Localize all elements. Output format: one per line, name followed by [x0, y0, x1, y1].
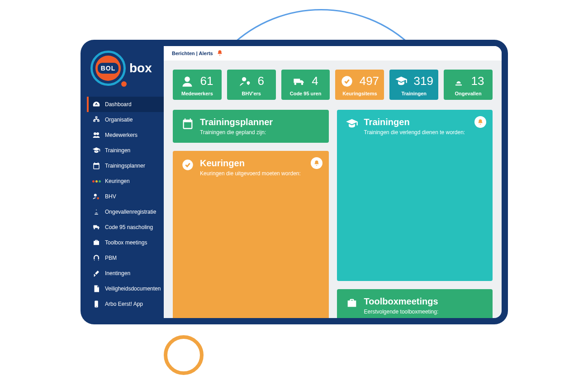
svg-point-6 — [242, 77, 246, 81]
stat-label: Code 95 uren — [285, 91, 327, 96]
card-keuringen[interactable]: Keuringen Keuringen die uitgevoerd moete… — [173, 151, 329, 318]
cards-grid: 26 Trainingsplanner Trainingen die gepla… — [173, 110, 493, 318]
stat-trainingen[interactable]: 319 Trainingen — [389, 70, 438, 100]
mobile-icon — [92, 300, 100, 308]
sidebar-item-inentingen[interactable]: Inentingen — [87, 266, 164, 281]
sidebar-item-medewerkers[interactable]: Medewerkers — [87, 127, 164, 143]
card-subtitle: Keuringen die uitgevoerd moeten worden: — [200, 170, 301, 177]
headset-icon — [92, 254, 100, 262]
card-title: Toolboxmeetings — [364, 296, 439, 307]
topbar: Berichten | Alerts — [164, 46, 502, 61]
bell-badge-icon[interactable] — [311, 157, 322, 169]
stat-code95[interactable]: 4 Code 95 uren — [281, 70, 330, 100]
gauge-icon — [92, 100, 100, 108]
people-icon — [92, 131, 100, 139]
sidebar-item-app[interactable]: Arbo Eerst! App — [87, 296, 164, 312]
sidebar-item-pbm[interactable]: PBM — [87, 250, 164, 266]
sidebar-item-toolbox[interactable]: Toolbox meetings — [87, 235, 164, 250]
nav-label: Ongevallenregistratie — [105, 209, 156, 215]
nav-label: Arbo Eerst! App — [105, 301, 143, 307]
stat-value: 61 — [200, 74, 213, 88]
card-title: Trainingsplanner — [200, 117, 273, 127]
nav-label: Trainingsplanner — [105, 163, 145, 169]
sidebar: BOL box Dashboard Organisatie Medewerker… — [87, 46, 164, 318]
nav-label: Code 95 nascholing — [105, 224, 153, 230]
bell-badge-icon[interactable] — [474, 116, 486, 128]
stat-label: Ongevallen — [447, 91, 489, 96]
siren-icon — [452, 75, 465, 88]
stat-keuringsitems[interactable]: 497 Keuringsitems — [335, 70, 384, 100]
nav-label: PBM — [105, 255, 117, 261]
stat-value: 319 — [414, 74, 433, 88]
syringe-icon — [92, 269, 100, 277]
sidebar-item-trainingen[interactable]: Trainingen — [87, 143, 164, 158]
card-trainingsplanner[interactable]: 26 Trainingsplanner Trainingen die gepla… — [173, 110, 329, 143]
svg-text:26: 26 — [185, 123, 190, 128]
card-subtitle: Eerstvolgende toolboxmeeting: — [364, 309, 439, 315]
org-tree-icon — [92, 116, 100, 124]
svg-point-2 — [94, 194, 97, 197]
stat-value: 497 — [360, 74, 379, 88]
svg-point-5 — [185, 76, 190, 82]
stats-row: 61 Medewerkers 6 BHV'ers 4 Co — [173, 70, 493, 100]
nav-label: Organisatie — [105, 117, 133, 123]
stat-bhvers[interactable]: 6 BHV'ers — [227, 70, 276, 100]
nav-label: Toolbox meetings — [105, 239, 147, 246]
nav-label: Medewerkers — [105, 132, 138, 138]
card-subtitle: Trainingen die verlengd dienen te worden… — [364, 129, 465, 136]
card-toolboxmeetings[interactable]: Toolboxmeetings Eerstvolgende toolboxmee… — [337, 289, 493, 318]
graduation-cap-icon — [345, 117, 359, 131]
graduation-cap-icon — [395, 75, 408, 88]
nav-label: Dashboard — [105, 101, 132, 108]
briefcase-icon — [92, 239, 100, 247]
logo: BOL box — [87, 46, 164, 97]
stat-medewerkers[interactable]: 61 Medewerkers — [173, 70, 222, 100]
card-title: Trainingen — [364, 117, 465, 127]
truck-icon — [92, 223, 100, 231]
logo-box-text: box — [129, 61, 152, 75]
stat-label: BHV'ers — [231, 91, 272, 96]
bell-icon[interactable] — [217, 50, 223, 57]
card-trainingen[interactable]: Trainingen Trainingen die verlengd diene… — [337, 110, 493, 281]
sidebar-item-code95[interactable]: Code 95 nascholing — [87, 220, 164, 235]
sidebar-item-trainingsplanner[interactable]: Trainingsplanner — [87, 158, 164, 173]
alerts-link[interactable]: Berichten | Alerts — [172, 51, 213, 56]
stat-value: 6 — [258, 74, 264, 88]
truck-heart-icon — [293, 75, 305, 88]
stat-value: 4 — [312, 74, 318, 88]
nav-label: Inentingen — [105, 270, 130, 276]
sidebar-item-keuringen[interactable]: Keuringen — [87, 173, 164, 189]
person-heart-icon — [92, 192, 100, 201]
logo-bol-text: BOL — [98, 63, 119, 74]
nav-label: BHV — [105, 193, 116, 200]
nav-label: Trainingen — [105, 147, 130, 154]
sidebar-item-dashboard[interactable]: Dashboard — [87, 97, 164, 112]
sidebar-item-documenten[interactable]: Veiligheidsdocumenten — [87, 281, 164, 296]
app-frame: BOL box Dashboard Organisatie Medewerker… — [81, 40, 508, 324]
person-icon — [181, 75, 194, 88]
graduation-cap-icon — [92, 146, 100, 155]
main-content: Berichten | Alerts 61 Medewerkers — [164, 46, 502, 318]
check-circle-icon — [341, 75, 353, 88]
sidebar-item-organisatie[interactable]: Organisatie — [87, 112, 164, 127]
briefcase-icon — [345, 296, 359, 310]
nav-label: Veiligheidsdocumenten — [105, 286, 161, 292]
nav-label: Keuringen — [105, 178, 130, 184]
dashboard-content: 61 Medewerkers 6 BHV'ers 4 Co — [164, 61, 502, 318]
svg-point-1 — [96, 132, 99, 135]
document-icon — [92, 285, 100, 293]
sidebar-item-bhv[interactable]: BHV — [87, 189, 164, 204]
svg-point-4 — [96, 306, 97, 307]
sidebar-item-ongevallen[interactable]: Ongevallenregistratie — [87, 204, 164, 220]
siren-icon — [92, 208, 100, 216]
card-subtitle: Trainingen die gepland zijn: — [200, 129, 273, 136]
stat-label: Keuringsitems — [339, 91, 380, 96]
stat-label: Medewerkers — [176, 91, 218, 96]
logo-badge: BOL — [90, 51, 126, 86]
stat-label: Trainingen — [393, 91, 435, 96]
card-title: Keuringen — [200, 158, 301, 169]
traffic-dots-icon — [92, 177, 100, 185]
stat-ongevallen[interactable]: 13 Ongevallen — [444, 70, 493, 100]
nav-list: Dashboard Organisatie Medewerkers Traini… — [87, 97, 164, 312]
calendar-icon — [92, 162, 100, 170]
